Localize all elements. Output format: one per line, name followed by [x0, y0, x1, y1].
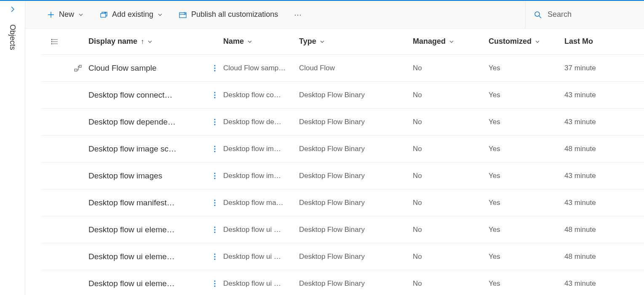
cell-type: Desktop Flow Binary: [299, 91, 413, 99]
table-row[interactable]: Desktop flow ui eleme…Desktop flow ui …D…: [42, 243, 644, 270]
row-actions-button[interactable]: [211, 116, 218, 128]
cell-type: Desktop Flow Binary: [299, 145, 413, 153]
svg-point-19: [214, 151, 215, 152]
svg-point-33: [214, 283, 215, 284]
chevron-down-icon: [147, 39, 152, 44]
row-actions-button[interactable]: [211, 223, 218, 236]
cell-last-modified: 48 minute: [564, 145, 615, 153]
list-view-icon[interactable]: [51, 38, 59, 45]
cell-customized: Yes: [489, 91, 564, 99]
svg-point-31: [214, 258, 215, 260]
cell-display-name: Desktop flow image sc…: [88, 144, 203, 154]
cell-type: Desktop Flow Binary: [299, 118, 413, 126]
cell-display-name: Desktop flow ui eleme…: [88, 252, 203, 261]
cell-name: Desktop flow ui …: [223, 252, 294, 261]
cell-managed: No: [413, 199, 489, 207]
svg-point-32: [214, 280, 215, 282]
column-header-managed[interactable]: Managed: [413, 37, 489, 46]
cell-customized: Yes: [489, 199, 564, 207]
svg-point-34: [214, 285, 215, 287]
search-icon: [534, 11, 542, 19]
cell-last-modified: 43 minute: [564, 172, 615, 180]
add-existing-label: Add existing: [112, 10, 153, 19]
svg-point-16: [214, 124, 215, 125]
cell-managed: No: [413, 145, 489, 153]
cell-display-name: Desktop flow manifest…: [88, 198, 203, 207]
table-row[interactable]: Desktop flow depende…Desktop flow de…Des…: [42, 109, 644, 136]
chevron-down-icon: [320, 39, 325, 44]
table-row[interactable]: Desktop flow image sc…Desktop flow im…De…: [42, 136, 644, 162]
row-actions-button[interactable]: [211, 62, 218, 74]
publish-icon: [179, 11, 187, 19]
svg-point-28: [214, 231, 215, 233]
cell-managed: No: [413, 64, 489, 72]
cell-customized: Yes: [489, 226, 564, 234]
svg-point-23: [214, 199, 215, 201]
row-actions-button[interactable]: [211, 277, 218, 290]
svg-point-5: [51, 43, 52, 44]
cell-customized: Yes: [489, 118, 564, 126]
svg-point-13: [214, 97, 215, 98]
more-vertical-icon: [214, 226, 216, 234]
svg-point-22: [214, 178, 215, 179]
cell-type: Cloud Flow: [299, 64, 413, 72]
table-row[interactable]: Desktop flow ui eleme…Desktop flow ui …D…: [42, 216, 644, 243]
objects-grid: Display name ↑ Name Type: [42, 29, 644, 295]
svg-point-25: [214, 205, 215, 206]
column-header-customized[interactable]: Customized: [489, 37, 564, 46]
cell-last-modified: 43 minute: [564, 118, 615, 126]
svg-point-14: [214, 119, 215, 120]
svg-rect-6: [75, 69, 77, 71]
publish-button[interactable]: Publish all customizations: [174, 7, 283, 22]
svg-point-30: [214, 256, 215, 257]
cell-last-modified: 48 minute: [564, 226, 615, 234]
table-row[interactable]: Desktop flow connect…Desktop flow co…Des…: [42, 82, 644, 109]
cell-type: Desktop Flow Binary: [299, 199, 413, 207]
more-vertical-icon: [214, 118, 216, 126]
cell-managed: No: [413, 252, 489, 261]
overflow-button[interactable]: ⋯: [289, 7, 307, 23]
row-actions-button[interactable]: [211, 143, 218, 155]
chevron-down-icon: [158, 12, 163, 17]
svg-point-26: [214, 226, 215, 228]
cell-last-modified: 43 minute: [564, 91, 615, 99]
column-header-last-modified[interactable]: Last Mo: [564, 37, 615, 46]
cell-customized: Yes: [489, 145, 564, 153]
add-existing-button[interactable]: Add existing: [94, 7, 168, 22]
cell-type: Desktop Flow Binary: [299, 172, 413, 180]
cell-last-modified: 43 minute: [564, 199, 615, 207]
expand-rail-button[interactable]: [9, 6, 16, 13]
column-header-display-name[interactable]: Display name ↑: [88, 37, 206, 46]
add-existing-icon: [99, 11, 108, 19]
cell-managed: No: [413, 279, 489, 288]
cell-display-name: Desktop flow ui eleme…: [88, 279, 203, 288]
cell-customized: Yes: [489, 172, 564, 180]
svg-point-17: [214, 146, 215, 147]
svg-point-21: [214, 175, 215, 176]
row-actions-button[interactable]: [211, 250, 218, 263]
cell-managed: No: [413, 172, 489, 180]
row-actions-button[interactable]: [211, 197, 218, 209]
cell-type: Desktop Flow Binary: [299, 279, 413, 288]
more-vertical-icon: [214, 280, 216, 287]
more-vertical-icon: [214, 64, 216, 72]
row-actions-button[interactable]: [211, 89, 218, 101]
more-vertical-icon: [214, 145, 216, 153]
table-row[interactable]: Desktop flow imagesDesktop flow im…Deskt…: [42, 162, 644, 189]
rail-label-objects[interactable]: Objects: [8, 24, 17, 50]
new-button[interactable]: New: [42, 7, 88, 22]
table-row[interactable]: Desktop flow manifest…Desktop flow ma…De…: [42, 189, 644, 216]
chevron-down-icon: [535, 39, 540, 44]
svg-point-3: [51, 39, 52, 40]
cell-name: Cloud Flow samp…: [223, 64, 294, 72]
row-actions-button[interactable]: [211, 170, 218, 182]
table-row[interactable]: Cloud Flow sampleCloud Flow samp…Cloud F…: [42, 55, 644, 82]
cell-name: Desktop flow ma…: [223, 199, 294, 207]
search-box[interactable]: [525, 1, 636, 28]
search-input[interactable]: [547, 10, 623, 19]
column-header-type[interactable]: Type: [299, 37, 413, 46]
column-header-name[interactable]: Name: [223, 37, 299, 46]
svg-rect-7: [79, 65, 81, 67]
cell-managed: No: [413, 226, 489, 234]
table-row[interactable]: Desktop flow ui eleme…Desktop flow ui …D…: [42, 270, 644, 295]
